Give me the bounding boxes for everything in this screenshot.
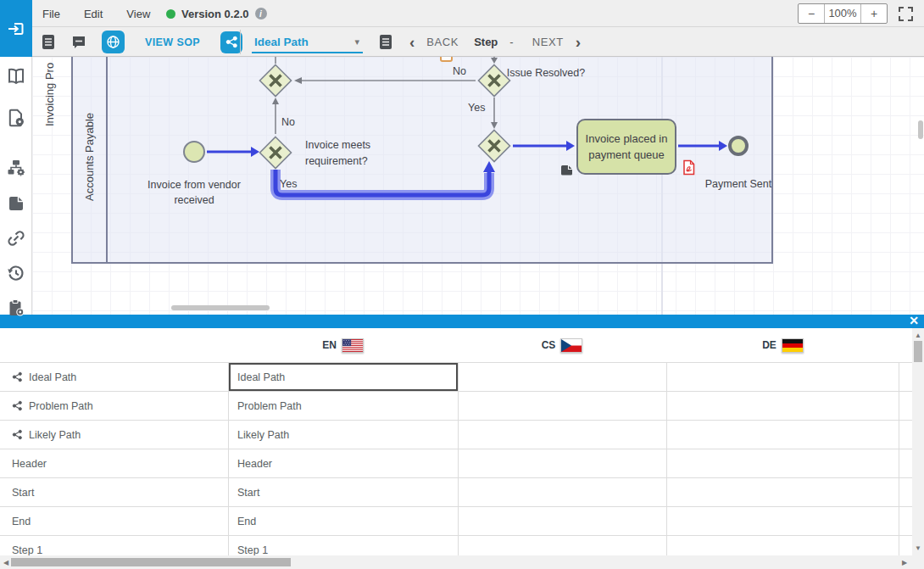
- scroll-up-icon[interactable]: ▲: [912, 332, 924, 339]
- zoom-in-button[interactable]: +: [861, 4, 887, 23]
- table-row: Header Header: [0, 449, 912, 477]
- zoom-control: − 100% +: [798, 3, 888, 24]
- panel-title-bar: ✕: [0, 315, 924, 328]
- join-gateway[interactable]: [477, 129, 511, 163]
- translation-cell-de[interactable]: [666, 363, 899, 391]
- panel-vertical-scrollbar-thumb[interactable]: [914, 341, 922, 362]
- translation-cell-de[interactable]: [666, 478, 899, 506]
- view-sop-link[interactable]: VIEW SOP: [145, 36, 200, 48]
- zoom-out-button[interactable]: −: [799, 4, 824, 23]
- path-selector-dropdown[interactable]: Ideal Path ▾: [252, 31, 363, 53]
- link-icon[interactable]: [6, 228, 26, 248]
- translation-cell-cs[interactable]: [458, 421, 666, 449]
- panel-vertical-scrollbar[interactable]: ▲ ▼: [912, 328, 924, 555]
- info-icon[interactable]: i: [255, 8, 267, 20]
- cz-flag-icon: [560, 338, 582, 353]
- translation-cell-en[interactable]: Ideal Path: [228, 363, 458, 391]
- row-label-cell: End: [0, 507, 228, 535]
- table-row: Likely Path Likely Path: [0, 420, 912, 449]
- no-flow-label[interactable]: No: [281, 114, 295, 130]
- translation-cell-de[interactable]: [666, 421, 899, 449]
- canvas-horizontal-scrollbar-thumb[interactable]: [171, 305, 270, 310]
- us-flag-icon: [342, 338, 364, 353]
- canvas-vertical-scrollbar-thumb[interactable]: [918, 120, 923, 139]
- language-globe-button[interactable]: [102, 31, 125, 53]
- row-label-cell: Header: [0, 449, 228, 477]
- issue-no-label[interactable]: No: [453, 64, 475, 79]
- translation-cell-de[interactable]: [666, 536, 899, 555]
- menu-file[interactable]: File: [42, 8, 60, 20]
- column-header-cs[interactable]: CS: [458, 328, 666, 362]
- status-dot-icon: [166, 9, 175, 19]
- translation-cell-en[interactable]: Start: [228, 478, 458, 506]
- column-header-de[interactable]: DE: [666, 328, 899, 362]
- table-row: Step 1 Step 1: [0, 535, 912, 555]
- process-settings-icon[interactable]: [6, 158, 26, 178]
- app-logo[interactable]: [0, 0, 32, 57]
- app-window: File Edit View Version 0.2.0 i − 100% +: [0, 0, 924, 569]
- comment-icon[interactable]: [71, 34, 86, 51]
- clipboard-settings-icon[interactable]: [6, 298, 26, 318]
- sop-document-icon[interactable]: [378, 33, 393, 50]
- history-icon[interactable]: [6, 263, 26, 283]
- yes-flow-label[interactable]: Yes: [280, 176, 297, 192]
- document-status-icon[interactable]: [6, 135, 26, 155]
- translation-cell-de[interactable]: [666, 392, 899, 420]
- translation-cell-de[interactable]: [666, 507, 899, 535]
- translation-cell-cs[interactable]: [458, 536, 666, 555]
- attachment-document-icon[interactable]: [560, 164, 573, 179]
- menu-view[interactable]: View: [126, 8, 150, 20]
- pool-label: Invoicing Pro: [43, 63, 56, 126]
- pdf-file-icon[interactable]: [682, 159, 695, 179]
- payment-queue-task[interactable]: Invoice placed in payment queue: [576, 119, 676, 175]
- issue-gateway-label[interactable]: Issue Resolved?: [504, 65, 588, 81]
- next-button[interactable]: NEXT: [532, 36, 564, 48]
- requirement-gateway-label[interactable]: Invoice meets requirement?: [305, 137, 415, 169]
- translation-cell-cs[interactable]: [458, 478, 666, 506]
- translation-cell-en[interactable]: Step 1: [228, 536, 458, 555]
- end-event-label[interactable]: Payment Sent: [700, 176, 776, 192]
- bpmn-canvas[interactable]: Invoicing Pro Accounts Payable Invoice f…: [32, 57, 924, 315]
- translation-table-body: Ideal Path Ideal Path Problem Path Probl…: [0, 362, 912, 555]
- toolbar: VIEW SOP Ideal Path ▾ ‹ BACK Step - NEXT…: [0, 27, 924, 57]
- translation-panel: EN CS DE: [0, 328, 912, 555]
- table-row: End End: [0, 506, 912, 535]
- panel-horizontal-scrollbar[interactable]: ◀ ▶: [0, 555, 924, 569]
- menu-edit[interactable]: Edit: [84, 8, 103, 20]
- scroll-right-icon[interactable]: ▶: [899, 559, 910, 566]
- back-button[interactable]: BACK: [426, 36, 459, 48]
- merge-gateway[interactable]: [259, 64, 292, 98]
- chevron-down-icon: ▾: [354, 36, 363, 47]
- translation-cell-cs[interactable]: [458, 449, 666, 477]
- document-badge-icon[interactable]: [6, 108, 26, 128]
- column-header-en[interactable]: EN: [228, 328, 458, 362]
- translation-cell-cs[interactable]: [458, 363, 666, 391]
- scroll-left-icon[interactable]: ◀: [0, 559, 12, 566]
- issue-yes-label[interactable]: Yes: [468, 100, 485, 115]
- translation-cell-de[interactable]: [666, 449, 899, 477]
- end-event[interactable]: [728, 136, 749, 156]
- translation-cell-en[interactable]: Likely Path: [228, 421, 458, 449]
- close-icon[interactable]: ✕: [909, 315, 919, 328]
- row-label-cell: Start: [0, 478, 228, 506]
- version-label: Version 0.2.0: [181, 8, 249, 20]
- document-icon[interactable]: [41, 34, 56, 51]
- start-event[interactable]: [183, 141, 205, 163]
- start-event-label[interactable]: Invoice from vendor received: [143, 177, 245, 208]
- back-chevron-icon[interactable]: ‹: [409, 34, 415, 50]
- row-label-cell: Likely Path: [0, 421, 228, 449]
- translation-cell-en[interactable]: End: [228, 507, 458, 535]
- translation-cell-cs[interactable]: [458, 392, 666, 420]
- translation-cell-en[interactable]: Header: [228, 449, 458, 477]
- requirement-gateway[interactable]: [259, 136, 292, 170]
- share-icon: [12, 371, 23, 382]
- row-label: Start: [12, 487, 34, 499]
- panel-horizontal-scrollbar-thumb[interactable]: [11, 558, 291, 566]
- fullscreen-icon[interactable]: [898, 6, 914, 22]
- translation-cell-en[interactable]: Problem Path: [228, 392, 458, 420]
- row-label: Header: [12, 458, 47, 470]
- scroll-down-icon[interactable]: ▼: [912, 544, 924, 552]
- translation-cell-cs[interactable]: [458, 507, 666, 535]
- note-icon[interactable]: [6, 193, 26, 214]
- next-chevron-icon[interactable]: ›: [576, 34, 581, 50]
